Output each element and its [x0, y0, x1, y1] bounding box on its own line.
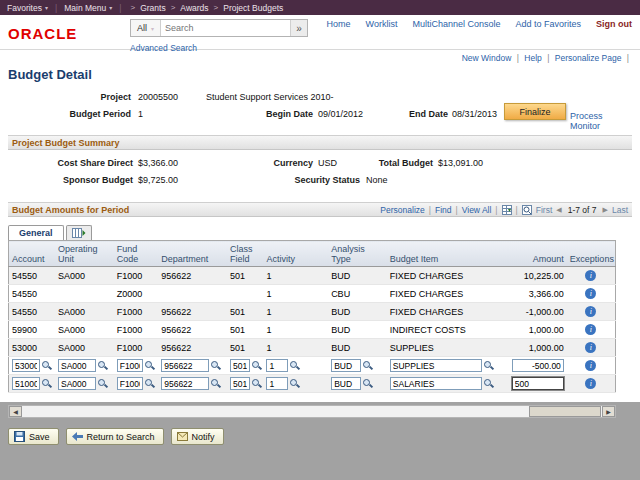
lookup-icon[interactable]: [98, 378, 108, 389]
budget-table-header-row: AccountOperating UnitFund CodeDepartment…: [9, 241, 616, 267]
exception-info-icon[interactable]: i: [585, 288, 596, 299]
new-window-link[interactable]: New Window: [462, 53, 512, 63]
lookup-icon[interactable]: [42, 378, 52, 389]
exception-info-icon[interactable]: i: [585, 360, 596, 371]
exceptions-cell: i: [567, 375, 616, 393]
field-input[interactable]: [58, 377, 96, 390]
finalize-button[interactable]: Finalize: [504, 103, 566, 120]
amount-input[interactable]: [512, 377, 564, 390]
scroll-left-icon[interactable]: ◀: [9, 406, 22, 417]
help-link[interactable]: Help: [524, 53, 541, 63]
lookup-icon[interactable]: [98, 360, 108, 371]
download-icon[interactable]: [502, 205, 512, 215]
tab-general[interactable]: General: [8, 225, 64, 240]
field-input[interactable]: [12, 377, 40, 390]
lookup-icon[interactable]: [252, 378, 262, 389]
lookup-icon[interactable]: [363, 360, 373, 371]
search-scope-dropdown[interactable]: All ▾: [131, 20, 161, 36]
breadcrumb-item[interactable]: Awards: [180, 3, 208, 13]
lookup-icon[interactable]: [290, 360, 300, 371]
scrollbar-thumb[interactable]: [529, 406, 601, 417]
lookup-icon[interactable]: [484, 378, 494, 389]
search-box: All ▾ »: [130, 19, 308, 37]
security-status-value: None: [366, 175, 388, 185]
advanced-search-link[interactable]: Advanced Search: [130, 43, 197, 53]
show-all-columns-tab[interactable]: [66, 225, 92, 240]
lookup-icon[interactable]: [363, 378, 373, 389]
first-page-link[interactable]: First: [536, 205, 553, 215]
zoom-grid-icon[interactable]: [522, 205, 532, 215]
lookup-icon[interactable]: [42, 360, 52, 371]
breadcrumb-item[interactable]: Project Budgets: [223, 3, 283, 13]
field-input[interactable]: [390, 377, 482, 390]
table-cell: 501: [227, 321, 263, 339]
view-all-link[interactable]: View All: [462, 205, 492, 215]
search-area: All ▾ » Advanced Search: [130, 19, 308, 55]
exception-info-icon[interactable]: i: [585, 306, 596, 317]
scroll-right-icon[interactable]: ▶: [602, 406, 615, 417]
summary-section-title: Project Budget Summary: [12, 138, 120, 148]
field-input[interactable]: [12, 359, 40, 372]
lookup-icon[interactable]: [145, 360, 155, 371]
exception-info-icon[interactable]: i: [585, 270, 596, 281]
lookup-icon[interactable]: [252, 360, 262, 371]
process-monitor-link[interactable]: Process Monitor: [570, 111, 632, 131]
search-input[interactable]: [161, 20, 290, 36]
field-input[interactable]: [266, 377, 288, 390]
notify-button[interactable]: Notify: [171, 428, 224, 445]
page-title: Budget Detail: [8, 67, 632, 82]
return-to-search-button[interactable]: Return to Search: [66, 428, 164, 445]
breadcrumb-separator-icon: >: [171, 3, 176, 12]
lookup-icon[interactable]: [211, 378, 221, 389]
table-cell: [328, 357, 387, 375]
summary-section-header: Project Budget Summary: [8, 135, 632, 150]
field-input[interactable]: [117, 359, 143, 372]
exception-info-icon[interactable]: i: [585, 324, 596, 335]
lookup-icon[interactable]: [145, 378, 155, 389]
find-link[interactable]: Find: [435, 205, 452, 215]
field-input[interactable]: [390, 359, 482, 372]
lookup-icon[interactable]: [484, 360, 494, 371]
breadcrumb-item[interactable]: Grants: [140, 3, 166, 13]
field-input[interactable]: [58, 359, 96, 372]
add-to-favorites-link[interactable]: Add to Favorites: [515, 19, 581, 29]
field-input[interactable]: [331, 359, 361, 372]
table-cell: 1: [263, 339, 328, 357]
last-page-link[interactable]: Last: [612, 205, 628, 215]
home-link[interactable]: Home: [327, 19, 351, 29]
field-input[interactable]: [161, 377, 209, 390]
field-input[interactable]: [331, 377, 361, 390]
field-input[interactable]: [266, 359, 288, 372]
personalize-link[interactable]: Personalize: [380, 205, 424, 215]
lookup-icon[interactable]: [290, 378, 300, 389]
main-menu[interactable]: Main Menu ▾: [64, 3, 112, 13]
multichannel-console-link[interactable]: MultiChannel Console: [412, 19, 500, 29]
lookup-icon[interactable]: [211, 360, 221, 371]
horizontal-scrollbar[interactable]: ◀ ▶: [8, 405, 616, 418]
search-scope-label: All: [137, 23, 147, 33]
table-cell: 956622: [158, 321, 227, 339]
sign-out-link[interactable]: Sign out: [596, 19, 632, 29]
worklist-link[interactable]: Worklist: [366, 19, 398, 29]
personalize-page-link[interactable]: Personalize Page: [555, 53, 622, 63]
table-cell: [55, 285, 114, 303]
table-cell: 54550: [9, 267, 56, 285]
field-input[interactable]: [161, 359, 209, 372]
save-button[interactable]: Save: [8, 428, 59, 445]
field-input[interactable]: [117, 377, 143, 390]
previous-page-icon[interactable]: ◀: [556, 206, 561, 214]
amount-input[interactable]: [512, 359, 564, 372]
total-budget-value: $13,091.00: [438, 158, 483, 168]
field-input[interactable]: [230, 377, 250, 390]
separator: |: [547, 53, 549, 63]
next-page-icon[interactable]: ▶: [603, 206, 608, 214]
end-date-value: 08/31/2013: [452, 109, 497, 119]
table-cell: -1,000.00: [508, 303, 567, 321]
budget-period-value: 1: [138, 109, 143, 119]
exception-info-icon[interactable]: i: [585, 378, 596, 389]
favorites-menu[interactable]: Favorites ▾: [7, 3, 48, 13]
field-input[interactable]: [230, 359, 250, 372]
exception-info-icon[interactable]: i: [585, 342, 596, 353]
search-go-button[interactable]: »: [290, 20, 307, 36]
table-cell: 956622: [158, 303, 227, 321]
